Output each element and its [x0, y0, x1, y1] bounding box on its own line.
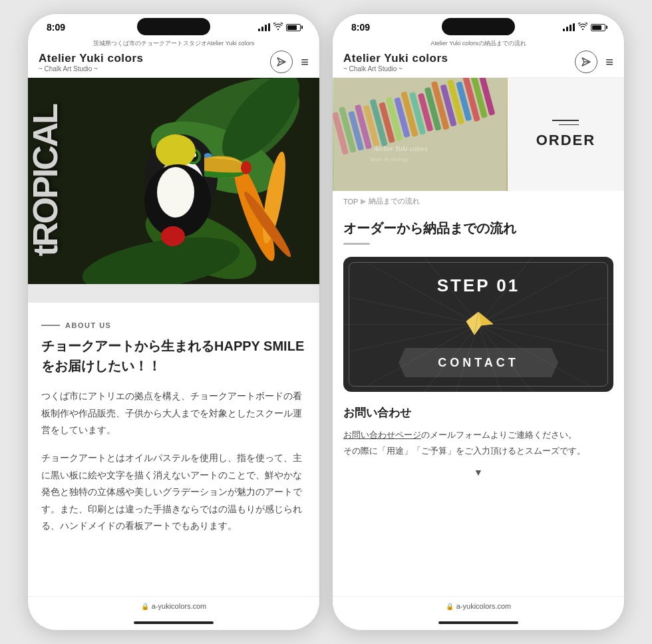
- lock-icon-2: 🔒: [446, 603, 454, 610]
- brand-sub-2: ~ Chalk Art Studio ~: [343, 65, 448, 73]
- status-bar-2: 8:09: [333, 14, 624, 35]
- svg-marker-63: [466, 312, 481, 335]
- phone-footer-2: 🔒 a-yukicolors.com: [333, 596, 624, 616]
- breadcrumb: TOP ▶ 納品までの流れ: [333, 191, 624, 212]
- about-tag-line: [41, 325, 60, 326]
- contact-link[interactable]: お問い合わせページ: [343, 430, 421, 440]
- steps-content[interactable]: STEP 01 CONTACT: [333, 250, 624, 596]
- status-icons-1: [258, 23, 301, 32]
- about-para-2: チョークアートとはオイルパステルを使用し、指を使って、主に黒い板に絵や文字を描く…: [41, 450, 306, 535]
- send-icon-1: [276, 57, 287, 67]
- send-icon-2: [581, 57, 591, 67]
- order-banner-left: Atelier Yuki colors heart of strategy: [333, 78, 508, 191]
- about-heading: チョークアートから生まれるHAPPY SMILEをお届けしたい！！: [41, 336, 306, 376]
- phone-footer-1: 🔒 a-yukicolors.com: [28, 596, 319, 616]
- wifi-icon-2: [578, 23, 587, 32]
- notch-1: [137, 18, 210, 35]
- step-card-1: STEP 01 CONTACT: [343, 257, 613, 392]
- home-bar-line-1: [134, 621, 214, 624]
- page-title: オーダーから納品までの流れ: [343, 220, 613, 238]
- step-desc-text: お問い合わせページのメールフォームよりご連絡ください。その際に「用途」「ご予算」…: [343, 427, 613, 459]
- header-icons-2: ≡: [575, 51, 613, 73]
- url-2: a-yukicolors.com: [456, 602, 512, 610]
- hamburger-icon-1[interactable]: ≡: [301, 55, 309, 70]
- order-label: ORDER: [536, 132, 595, 149]
- signal-bars-1: [258, 23, 270, 31]
- url-1: a-yukicolors.com: [152, 602, 207, 610]
- signal-bars-2: [563, 23, 575, 31]
- dropdown-arrow[interactable]: ▼: [343, 467, 613, 478]
- about-tag-text: ABOUT US: [65, 321, 111, 329]
- notch-2: [442, 18, 515, 35]
- step-number: STEP 01: [357, 275, 600, 296]
- hero-image-1: tROPICAL: [28, 78, 319, 284]
- hero-spacer: [28, 284, 319, 303]
- status-icons-2: [563, 23, 605, 32]
- hero-tropical-bg: tROPICAL: [28, 78, 319, 284]
- svg-text:Atelier Yuki colors: Atelier Yuki colors: [373, 144, 427, 152]
- chalk-sticks-svg: Atelier Yuki colors heart of strategy: [333, 78, 508, 191]
- time-2: 8:09: [351, 22, 370, 33]
- page-title-section: オーダーから納品までの流れ: [333, 212, 624, 250]
- order-banner: Atelier Yuki colors heart of strategy OR…: [333, 78, 624, 191]
- site-header-1: 茨城県つくば市のチョークアートスタジオAtelier Yuki colors A…: [28, 35, 319, 78]
- contact-label-wrap: CONTACT: [357, 348, 600, 377]
- step-desc-section: お問い合わせ お問い合わせページのメールフォームよりご連絡ください。その際に「用…: [343, 405, 613, 459]
- home-bar-line-2: [438, 621, 518, 624]
- breadcrumb-sep: ▶: [361, 197, 366, 206]
- time-1: 8:09: [47, 22, 65, 33]
- send-button-1[interactable]: [270, 51, 293, 73]
- battery-icon-2: [591, 24, 605, 31]
- step-icon-wrap: [357, 307, 600, 341]
- svg-text:CONTACT: CONTACT: [438, 356, 519, 369]
- tropical-text: tROPICAL: [28, 105, 65, 256]
- svg-point-16: [156, 134, 196, 168]
- title-underline: [343, 243, 370, 245]
- about-tag: ABOUT US: [41, 321, 306, 329]
- contact-banner-svg: CONTACT: [399, 348, 558, 377]
- send-button-2[interactable]: [575, 51, 597, 73]
- home-bar-1: [28, 615, 319, 630]
- order-banner-right: ORDER: [508, 78, 624, 191]
- phone-1: 8:09: [27, 13, 320, 631]
- wifi-icon-1: [273, 23, 283, 32]
- svg-text:heart of strategy: heart of strategy: [370, 156, 409, 162]
- battery-icon-1: [286, 24, 301, 31]
- order-line-2: [559, 124, 579, 126]
- top-label-2: Atelier Yuki colorsの納品までの流れ: [343, 39, 613, 48]
- breadcrumb-top[interactable]: TOP: [343, 198, 358, 206]
- top-label-1: 茨城県つくば市のチョークアートスタジオAtelier Yuki colors: [39, 39, 309, 48]
- site-title-2: Atelier Yuki colors ~ Chalk Art Studio ~: [343, 52, 448, 73]
- step-desc-title: お問い合わせ: [343, 405, 613, 420]
- hamburger-icon-2[interactable]: ≡: [605, 55, 613, 70]
- brand-name-1: Atelier Yuki colors: [39, 52, 144, 65]
- tropical-svg: [28, 78, 319, 284]
- site-title-1: Atelier Yuki colors ~ Chalk Art Studio ~: [39, 52, 144, 73]
- lock-icon-1: 🔒: [141, 603, 149, 610]
- site-header-2: Atelier Yuki colorsの納品までの流れ Atelier Yuki…: [333, 35, 624, 78]
- home-bar-2: [333, 615, 624, 630]
- dropdown-arrow-icon: ▼: [474, 467, 483, 478]
- about-section: ABOUT US チョークアートから生まれるHAPPY SMILEをお届けしたい…: [28, 303, 319, 596]
- svg-point-18: [157, 167, 194, 218]
- header-icons-1: ≡: [270, 51, 309, 73]
- svg-point-12: [241, 161, 251, 174]
- about-para-1: つくば市にアトリエの拠点を構え、チョークアートボードの看板制作や作品販売、子供か…: [41, 388, 306, 439]
- order-lines: [552, 120, 579, 125]
- svg-point-19: [161, 226, 185, 246]
- breadcrumb-current: 納品までの流れ: [369, 196, 420, 206]
- brand-name-2: Atelier Yuki colors: [343, 52, 448, 65]
- status-bar-1: 8:09: [28, 14, 319, 35]
- brand-sub-1: ~ Chalk Art Studio ~: [39, 65, 144, 73]
- phone-2: 8:09: [332, 13, 625, 631]
- paper-plane-icon: [461, 307, 496, 341]
- order-line-1: [552, 120, 579, 121]
